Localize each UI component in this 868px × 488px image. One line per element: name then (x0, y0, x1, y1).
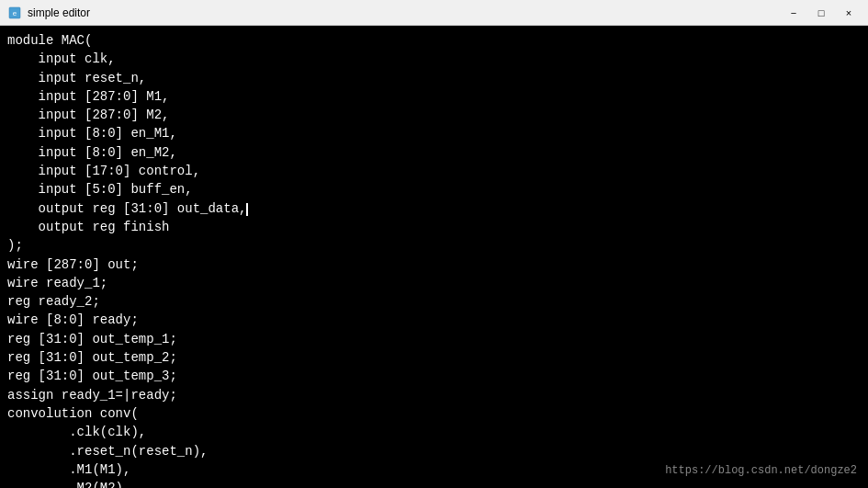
code-line: wire [8:0] ready; (7, 311, 861, 329)
code-line: reg ready_2; (7, 292, 861, 311)
window-title: simple editor (28, 6, 90, 19)
title-bar: e simple editor − □ × (0, 0, 868, 26)
close-button[interactable]: × (837, 4, 861, 22)
code-line: input [8:0] en_M1, (7, 124, 861, 142)
code-line: ); (7, 236, 861, 255)
text-cursor (246, 203, 248, 216)
watermark: https://blog.csdn.net/dongze2 (665, 463, 857, 479)
maximize-button[interactable]: □ (809, 4, 833, 22)
code-line: output reg finish (7, 218, 861, 236)
editor-area[interactable]: module MAC( input clk, input reset_n, in… (0, 26, 868, 488)
code-line: convolution conv( (7, 404, 861, 423)
code-line: input [17:0] control, (7, 162, 861, 180)
code-line: input [8:0] en_M2, (7, 143, 861, 162)
code-line: .reset_n(reset_n), (7, 442, 861, 460)
code-line: module MAC( (7, 31, 861, 50)
code-line: reg [31:0] out_temp_2; (7, 348, 861, 367)
code-line: .clk(clk), (7, 423, 861, 441)
code-line: reg [31:0] out_temp_1; (7, 330, 861, 348)
minimize-button[interactable]: − (782, 4, 806, 22)
code-line: input [287:0] M1, (7, 87, 861, 106)
code-line: input reset_n, (7, 69, 861, 87)
code-line: .M2(M2), (7, 479, 861, 488)
code-line: input [5:0] buff_en, (7, 180, 861, 199)
code-line: wire [287:0] out; (7, 255, 861, 274)
code-line: assign ready_1=|ready; (7, 386, 861, 404)
svg-text:e: e (13, 9, 17, 17)
code-line: reg [31:0] out_temp_3; (7, 367, 861, 385)
code-line: wire ready_1; (7, 274, 861, 292)
code-line: input [287:0] M2, (7, 106, 861, 124)
code-line: input clk, (7, 50, 861, 68)
app-icon: e (7, 6, 22, 20)
code-line: output reg [31:0] out_data, (7, 199, 861, 218)
